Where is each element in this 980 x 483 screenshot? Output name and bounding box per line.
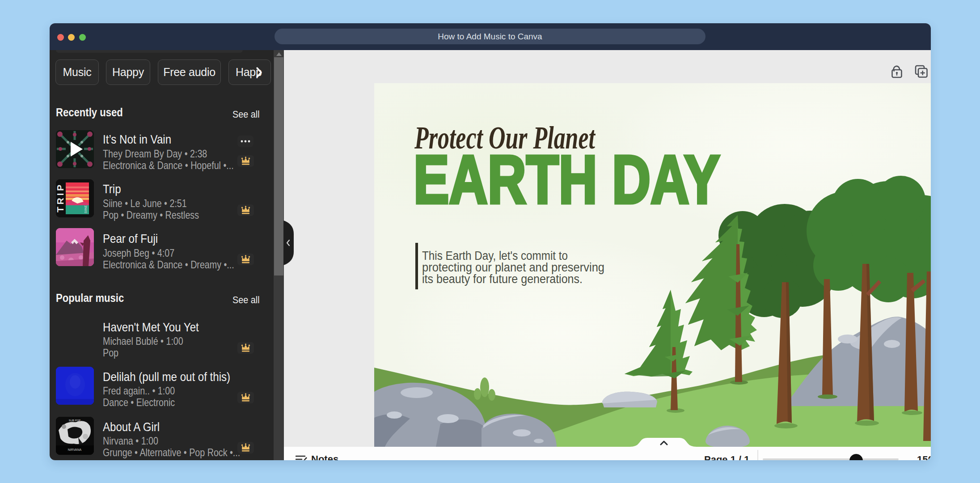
svg-text:its beauty for future generati: its beauty for future generations. — [422, 272, 583, 286]
svg-text:SIINE: SIINE — [84, 205, 87, 213]
svg-text:NIRVANA: NIRVANA — [68, 448, 82, 451]
svg-text:TRIP: TRIP — [56, 185, 65, 212]
svg-text:SUB POP: SUB POP — [69, 419, 81, 422]
svg-text:EARTH DAY: EARTH DAY — [414, 141, 720, 217]
